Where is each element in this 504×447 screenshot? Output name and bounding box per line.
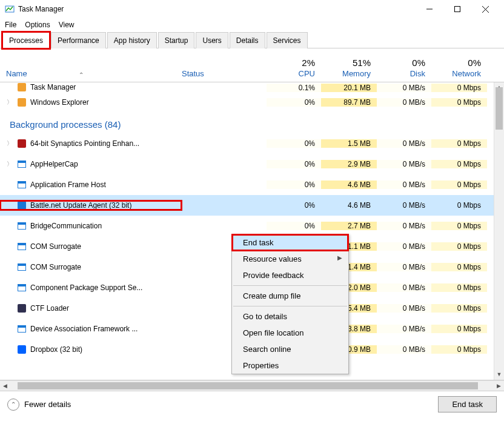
svg-rect-10 [18, 345, 26, 354]
cell-value: 0 Mbps [431, 180, 487, 189]
scrollbar-thumb[interactable] [496, 87, 503, 130]
process-name-cell: Task Manager [0, 82, 182, 92]
menu-item[interactable]: Open file location [232, 325, 348, 341]
header-memory[interactable]: 51% Memory [321, 58, 377, 82]
cell-value: 89.7 MB [321, 98, 377, 107]
table-row[interactable]: 〉64-bit Synaptics Pointing Enhan...0%1.5… [0, 133, 504, 154]
table-row[interactable]: Application Frame Host0%4.6 MB0 MB/s0 Mb… [0, 174, 504, 195]
expand-icon[interactable]: 〉 [6, 139, 13, 148]
cell-value: 0 MB/s [377, 283, 431, 292]
cell-value: 0 MB/s [377, 84, 431, 92]
app-icon [17, 324, 27, 334]
cell-value: 0 Mbps [431, 283, 487, 292]
context-menu: End taskResource values▶Provide feedback… [231, 234, 349, 374]
table-row[interactable]: Task Manager0.1%20.1 MB0 MB/s0 Mbps [0, 82, 504, 92]
cell-value: 0% [267, 139, 321, 148]
tab-users[interactable]: Users [196, 32, 228, 48]
title-bar: Task Manager [0, 0, 504, 18]
close-button[interactable] [471, 0, 499, 18]
window-controls [416, 0, 499, 18]
menu-item[interactable]: Properties [232, 357, 348, 374]
section-header: Background processes (84) [0, 114, 494, 132]
process-name-cell: 〉Windows Explorer [0, 98, 182, 107]
svg-rect-8 [18, 201, 26, 210]
header-cpu[interactable]: 2% CPU [267, 58, 321, 82]
column-headers: ⌃ Name Status 2% CPU 51% Memory 0% Disk … [0, 48, 504, 82]
table-row[interactable]: 〉AppHelperCap0%2.9 MB0 MB/s0 Mbps [0, 154, 504, 174]
hscroll-thumb[interactable] [18, 382, 478, 389]
process-icon [17, 139, 27, 148]
scroll-right-icon[interactable]: ▶ [494, 383, 504, 389]
tab-services[interactable]: Services [267, 32, 308, 48]
scroll-left-icon[interactable]: ◀ [0, 383, 10, 389]
menu-file[interactable]: File [5, 21, 16, 29]
table-row[interactable]: 〉Windows Explorer0%89.7 MB0 MB/s0 Mbps [0, 92, 504, 113]
hscroll-track[interactable] [10, 381, 494, 391]
app-icon [17, 262, 27, 272]
cell-value: 0 Mbps [431, 304, 487, 313]
app-icon [17, 242, 27, 251]
menu-view[interactable]: View [59, 21, 75, 29]
horizontal-scrollbar[interactable]: ◀ ▶ [0, 380, 504, 391]
cell-value: 0 MB/s [377, 98, 431, 107]
menu-item[interactable]: Search online [232, 341, 348, 357]
cell-value: 20.1 MB [321, 84, 377, 92]
vertical-scrollbar[interactable]: ▲ ▼ [494, 82, 504, 380]
process-name: CTF Loader [30, 304, 69, 313]
process-name: AppHelperCap [30, 160, 78, 168]
process-name: Windows Explorer [30, 98, 89, 107]
end-task-button[interactable]: End task [438, 396, 497, 412]
table-row[interactable]: Battle.net Update Agent (32 bit)0%4.6 MB… [0, 195, 504, 216]
fewer-details-label: Fewer details [24, 400, 71, 409]
cell-value: 0 MB/s [377, 222, 431, 230]
app-icon [17, 221, 27, 231]
cell-value: 0 MB/s [377, 180, 431, 189]
cell-value: 0 MB/s [377, 304, 431, 313]
table-row[interactable]: BridgeCommunication0%2.7 MB0 MB/s0 Mbps [0, 216, 504, 236]
tab-app-history[interactable]: App history [107, 32, 157, 48]
app-icon [17, 180, 27, 190]
minimize-button[interactable] [416, 0, 443, 18]
expand-icon[interactable]: 〉 [6, 160, 13, 168]
footer: ⌃ Fewer details End task [0, 391, 504, 417]
header-disk[interactable]: 0% Disk [377, 58, 431, 82]
scroll-down-icon[interactable]: ▼ [494, 369, 504, 380]
cell-value: 0% [267, 201, 321, 210]
cell-value: 4.6 MB [321, 180, 377, 189]
menu-item[interactable]: Go to details [232, 308, 348, 325]
process-name: BridgeCommunication [30, 222, 102, 230]
menu-options[interactable]: Options [25, 21, 50, 29]
expand-icon[interactable]: 〉 [6, 98, 13, 107]
header-name[interactable]: ⌃ Name [0, 69, 182, 82]
process-icon [17, 200, 27, 210]
header-network-pct: 0% [431, 58, 481, 68]
cell-value: 0 Mbps [431, 325, 487, 333]
cell-value: 4.6 MB [321, 201, 377, 210]
menu-item[interactable]: Provide feedback [232, 267, 348, 283]
header-network-label: Network [452, 69, 481, 78]
menu-item[interactable]: End task [232, 234, 348, 251]
fewer-details-button[interactable]: ⌃ Fewer details [7, 399, 71, 411]
header-status[interactable]: Status [182, 69, 267, 82]
svg-rect-5 [18, 83, 26, 91]
cell-value: 0 MB/s [377, 325, 431, 333]
menu-item[interactable]: Resource values▶ [232, 251, 348, 267]
menu-bar: File Options View [0, 18, 504, 31]
tab-startup[interactable]: Startup [158, 32, 195, 48]
header-disk-label: Disk [410, 69, 425, 78]
tab-processes[interactable]: Processes [2, 32, 50, 48]
chevron-up-icon: ⌃ [7, 399, 19, 411]
cell-value: 0 MB/s [377, 345, 431, 354]
cell-value: 0 Mbps [431, 242, 487, 251]
tab-performance[interactable]: Performance [51, 32, 106, 48]
app-icon [5, 4, 15, 14]
process-name: Component Package Support Se... [30, 283, 142, 292]
tab-details[interactable]: Details [230, 32, 265, 48]
app-icon [17, 283, 27, 293]
cell-value: 0 MB/s [377, 201, 431, 210]
process-name-cell: CTF Loader [0, 303, 182, 313]
process-icon [17, 303, 27, 313]
maximize-button[interactable] [443, 0, 471, 18]
menu-item[interactable]: Create dump file [232, 288, 348, 304]
header-network[interactable]: 0% Network [431, 58, 487, 82]
